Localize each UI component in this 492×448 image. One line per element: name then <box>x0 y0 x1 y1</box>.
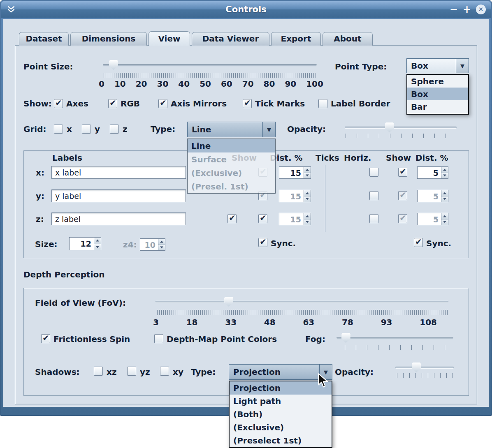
tab-about[interactable]: About <box>323 32 373 46</box>
option-exclusive[interactable]: (Exclusive) <box>188 166 275 180</box>
option-projection[interactable]: Projection <box>230 381 332 395</box>
tab-export[interactable]: Export <box>271 32 321 46</box>
desktop: Controls − + ✕ Dataset Dimensions View D… <box>0 0 492 448</box>
option-exclusive[interactable]: (Exclusive) <box>230 421 332 434</box>
option-box[interactable]: Box <box>407 88 468 100</box>
option-presel-1st[interactable]: (Presel. 1st) <box>188 180 275 193</box>
close-button[interactable]: ✕ <box>476 5 486 14</box>
tab-data-viewer[interactable]: Data Viewer <box>192 32 269 46</box>
maximize-button[interactable]: + <box>463 4 471 15</box>
option-line[interactable]: Line <box>188 139 275 152</box>
window-menu-icon[interactable] <box>7 6 15 13</box>
option-surface[interactable]: Surface <box>188 152 275 166</box>
mouse-cursor <box>317 373 330 388</box>
shadow-type-dropdown: Projection Light path (Both) (Exclusive)… <box>229 381 332 448</box>
option-light-path[interactable]: Light path <box>230 395 332 408</box>
titlebar[interactable]: Controls − + ✕ <box>1 1 491 18</box>
option-sphere[interactable]: Sphere <box>407 75 468 88</box>
tab-dimensions[interactable]: Dimensions <box>70 32 147 46</box>
grid-type-dropdown: Line Surface (Exclusive) (Presel. 1st) <box>187 139 276 194</box>
option-both[interactable]: (Both) <box>230 408 332 421</box>
window-title: Controls <box>1 1 491 18</box>
option-preselect-1st[interactable]: (Preselect 1st) <box>230 434 332 447</box>
minimize-button[interactable]: − <box>450 4 458 15</box>
tab-dataset[interactable]: Dataset <box>19 32 69 46</box>
option-bar[interactable]: Bar <box>407 100 468 113</box>
point-type-dropdown: Sphere Box Bar <box>406 74 469 115</box>
tab-view[interactable]: View <box>149 31 190 46</box>
